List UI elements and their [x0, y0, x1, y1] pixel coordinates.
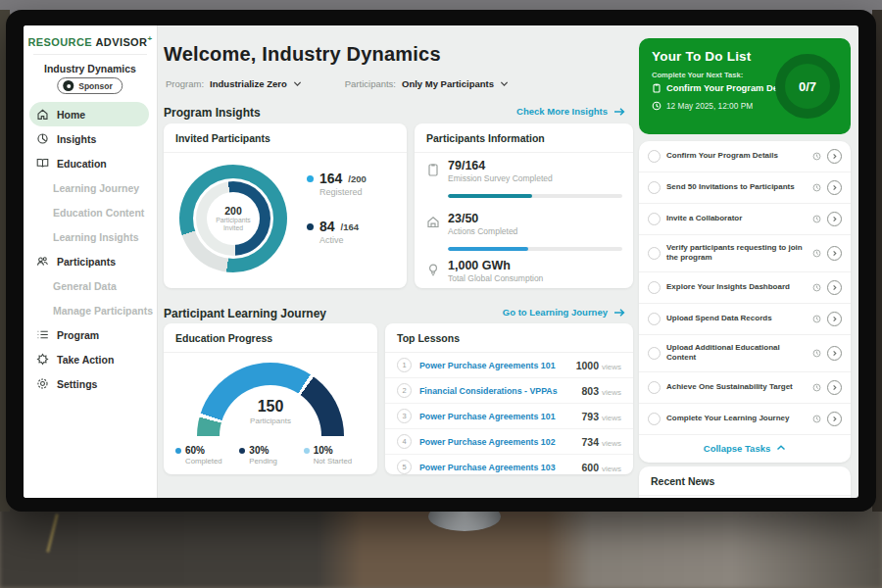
page-title: Welcome, Industry Dynamics	[164, 43, 441, 66]
chevron-right-button[interactable]	[827, 280, 842, 295]
sidebar-item-participants[interactable]: Participants	[24, 249, 157, 273]
sidebar-item-general-data[interactable]: General Data	[24, 273, 157, 298]
sponsor-badge[interactable]: Sponsor	[57, 77, 122, 94]
chevron-right-button[interactable]	[827, 412, 842, 426]
card-title: Education Progress	[164, 323, 377, 353]
sidebar-item-home[interactable]: Home	[29, 102, 149, 126]
donut-inner-ring: 200 Participants Invited	[196, 181, 270, 256]
participants-icon	[36, 255, 49, 268]
task-row[interactable]: Invite a Collaborator	[639, 204, 851, 235]
legend-not-started: 10% Not Started	[304, 445, 368, 466]
lesson-row: 3 Power Purchase Agreements 101 793views	[385, 404, 633, 429]
sponsor-icon	[63, 80, 74, 91]
insights-icon	[36, 132, 49, 145]
lesson-link[interactable]: Power Purchase Agreements 103	[419, 463, 573, 472]
sidebar-item-settings[interactable]: Settings	[24, 371, 157, 396]
lesson-row: 1 Power Purchase Agreements 101 1000view…	[385, 353, 633, 378]
sidebar-item-manage-participants[interactable]: Manage Participants	[24, 298, 157, 322]
task-row[interactable]: Achieve One Sustainability Target	[639, 372, 851, 404]
chevron-right-button[interactable]	[827, 312, 842, 326]
todo-title: Your To Do List	[652, 49, 752, 64]
task-row[interactable]: Upload Spend Data Records	[639, 304, 851, 335]
donut-center: 200 Participants Invited	[207, 192, 260, 245]
collapse-tasks-link[interactable]: Collapse Tasks	[639, 435, 851, 463]
task-checkbox[interactable]	[648, 150, 661, 163]
clipboard-icon	[426, 163, 440, 176]
chevron-right-button[interactable]	[827, 212, 842, 226]
task-checkbox[interactable]	[648, 281, 661, 294]
task-checkbox[interactable]	[648, 347, 661, 360]
sidebar-item-education[interactable]: Education	[24, 151, 157, 175]
clock-icon	[812, 249, 821, 258]
todo-subtitle: Complete Your Next Task:	[652, 71, 743, 79]
legend-completed: 60% Completed	[175, 445, 239, 466]
chevron-right-button[interactable]	[827, 149, 842, 164]
lesson-link[interactable]: Power Purchase Agreements 101	[419, 412, 573, 421]
clock-icon	[812, 315, 821, 323]
divider	[33, 54, 147, 55]
program-dropdown[interactable]: Program: Industrialize Zero	[166, 78, 302, 89]
go-to-learning-journey-link[interactable]: Go to Learning Journey	[503, 307, 625, 318]
info-row-emission: 79/164 Emission Survey Completed	[426, 159, 622, 183]
task-row[interactable]: Send 50 Invitations to Participants	[639, 172, 851, 204]
lesson-link[interactable]: Power Purchase Agreements 101	[419, 361, 568, 370]
participants-dropdown[interactable]: Participants: Only My Participants	[345, 78, 509, 89]
legend-pending: 30% Pending	[239, 445, 303, 466]
lesson-link[interactable]: Power Purchase Agreements 102	[419, 437, 573, 447]
legend-dot-completed	[175, 448, 181, 454]
legend-active: 84/164 Active	[307, 219, 367, 245]
clock-icon	[812, 283, 821, 292]
task-checkbox[interactable]	[648, 213, 661, 225]
clock-icon	[812, 383, 821, 392]
actions-progress-bar	[448, 247, 622, 251]
clock-icon	[812, 183, 821, 192]
task-checkbox[interactable]	[648, 181, 661, 194]
chevron-right-button[interactable]	[827, 346, 842, 361]
task-row[interactable]: Confirm Your Program Details	[639, 141, 851, 172]
task-checkbox[interactable]	[648, 381, 661, 394]
list-icon	[36, 328, 49, 341]
todo-summary-panel: Your To Do List Complete Your Next Task:…	[639, 38, 851, 134]
program-insights-heading: Program Insights	[164, 106, 261, 120]
info-row-actions: 23/50 Actions Completed	[426, 212, 622, 236]
learning-journey-heading: Participant Learning Journey	[164, 307, 326, 320]
clock-icon	[812, 215, 821, 223]
sidebar: RESOURCE ADVISOR+ Industry Dynamics Spon…	[24, 25, 158, 498]
chevron-right-button[interactable]	[827, 380, 842, 395]
sidebar-item-insights[interactable]: Insights	[24, 126, 157, 151]
todo-task-list: Confirm Your Program Details Send 50 Inv…	[639, 141, 851, 463]
dashboard-screen: RESOURCE ADVISOR+ Industry Dynamics Spon…	[24, 25, 858, 498]
sidebar-item-learning-journey[interactable]: Learning Journey	[24, 175, 157, 200]
sidebar-item-education-content[interactable]: Education Content	[24, 200, 157, 224]
rank-badge: 5	[397, 460, 412, 474]
screenshot-stage: RESOURCE ADVISOR+ Industry Dynamics Spon…	[0, 0, 882, 588]
gauge-center: 150 Participants	[197, 398, 344, 425]
check-more-insights-link[interactable]: Check More Insights	[516, 106, 625, 117]
app-logo: RESOURCE ADVISOR+	[24, 34, 157, 48]
top-lessons-card: Top Lessons 1 Power Purchase Agreements …	[385, 323, 633, 474]
todo-progress-ring: 0/7	[775, 54, 840, 119]
organization-name: Industry Dynamics	[24, 63, 157, 74]
sidebar-item-program[interactable]: Program	[24, 322, 157, 347]
task-row[interactable]: Upload Additional Educational Content	[639, 335, 851, 372]
task-checkbox[interactable]	[648, 247, 661, 260]
todo-due-date: 12 May 2025, 12:00 PM	[652, 101, 753, 111]
task-row[interactable]: Explore Your Insights Dashboard	[639, 272, 851, 304]
leaf-icon	[426, 216, 440, 229]
invited-participants-card: Invited Participants 200 Participants In…	[164, 123, 407, 288]
task-row[interactable]: Complete Your Learning Journey	[639, 404, 851, 435]
lesson-link[interactable]: Financial Considerations - VPPAs	[419, 386, 573, 396]
task-row[interactable]: Verify participants requesting to join t…	[639, 235, 851, 272]
task-checkbox[interactable]	[648, 413, 661, 425]
arrow-right-icon	[613, 308, 625, 318]
book-icon	[36, 157, 49, 170]
card-title: Participants Information	[415, 123, 633, 153]
clock-icon	[812, 349, 821, 358]
gear-icon	[36, 377, 49, 390]
legend-registered: 164/200 Registered	[307, 171, 367, 197]
chevron-right-button[interactable]	[827, 246, 842, 261]
chevron-right-button[interactable]	[827, 180, 842, 195]
sidebar-item-take-action[interactable]: Take Action	[24, 347, 157, 371]
task-checkbox[interactable]	[648, 313, 661, 325]
sidebar-item-learning-insights[interactable]: Learning Insights	[24, 224, 157, 249]
